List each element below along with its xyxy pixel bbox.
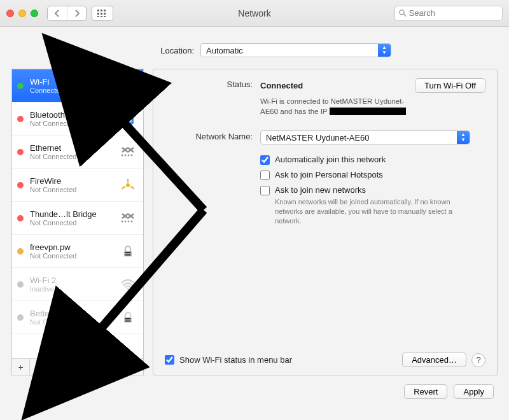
zoom-window-button[interactable]: [31, 10, 38, 17]
wifi-dim-icon: [118, 276, 138, 293]
sidebar-item-wi-fi[interactable]: Wi-Fi Connected: [12, 69, 143, 102]
svg-point-11: [127, 89, 129, 91]
svg-rect-5: [104, 13, 106, 15]
revert-button[interactable]: Revert: [404, 384, 447, 399]
svg-point-23: [132, 187, 134, 189]
service-name: freevpn.pw: [30, 242, 118, 252]
show-all-prefs-button[interactable]: [92, 6, 113, 21]
services-list[interactable]: Wi-Fi Connected Bluetooth PAN Not Connec…: [12, 69, 143, 358]
back-button[interactable]: [48, 6, 67, 20]
turn-wifi-off-button[interactable]: Turn Wi-Fi Off: [415, 78, 485, 93]
service-name: Ethernet: [30, 143, 118, 153]
ask-new-networks-label[interactable]: Ask to join new networks: [275, 185, 366, 195]
status-value: Connected: [260, 81, 303, 90]
wifi-icon: [118, 77, 138, 95]
ask-hotspot-checkbox[interactable]: [260, 171, 270, 180]
service-status: Not Connected: [30, 252, 118, 260]
show-menu-checkbox[interactable]: [165, 355, 174, 365]
svg-point-25: [125, 220, 127, 222]
service-status: Not Connected: [30, 120, 118, 127]
service-status: Not Connected: [30, 318, 118, 326]
auto-join-checkbox[interactable]: [260, 155, 270, 165]
select-stepper-icon: ▲▼: [457, 131, 470, 144]
service-actions-menu-button[interactable]: ⚙▾: [48, 359, 66, 375]
svg-line-10: [403, 14, 406, 17]
sidebar-item-betternet-vpn[interactable]: Betternet VPN Not Connected: [12, 301, 143, 334]
status-subtext-2: AE60 and has the IP: [260, 108, 327, 115]
svg-point-27: [131, 220, 133, 222]
status-dot-icon: [17, 281, 24, 288]
service-status: Inactive: [30, 285, 118, 293]
eth-icon: [118, 209, 138, 227]
svg-point-9: [400, 10, 404, 15]
svg-line-19: [123, 186, 125, 188]
search-input[interactable]: [409, 8, 498, 18]
status-dot-icon: [17, 215, 24, 221]
detail-bottombar: Show Wi-Fi status in menu bar Advanced… …: [165, 353, 485, 367]
service-name: Wi-Fi 2: [30, 276, 118, 285]
svg-rect-7: [101, 16, 102, 17]
redacted-ip: [330, 108, 406, 115]
ask-hotspot-label[interactable]: Ask to join Personal Hotspots: [275, 170, 383, 179]
sidebar-item-freevpn-pw[interactable]: freevpn.pw Not Connected: [12, 235, 143, 268]
svg-point-14: [125, 154, 127, 156]
status-dot-icon: [17, 248, 24, 255]
fw-icon: [118, 176, 138, 194]
svg-rect-1: [101, 10, 102, 11]
main-area: Wi-Fi Connected Bluetooth PAN Not Connec…: [0, 69, 509, 375]
service-status: Not Connected: [30, 186, 118, 193]
network-name-select[interactable]: NetMASTER Uydunet-AE60 ▲▼: [260, 130, 470, 144]
status-dot-icon: [17, 149, 24, 155]
location-value: Automatic: [206, 46, 243, 55]
show-menu-label[interactable]: Show Wi-Fi status in menu bar: [179, 355, 402, 365]
status-label: Status:: [165, 78, 260, 89]
network-name-label: Network Name:: [165, 130, 260, 141]
svg-rect-4: [101, 13, 102, 15]
svg-point-16: [131, 154, 133, 156]
status-dot-icon: [17, 116, 24, 122]
svg-rect-3: [97, 13, 99, 15]
sidebar-toolbar: + − ⚙▾: [12, 358, 143, 375]
remove-service-button[interactable]: −: [30, 359, 48, 375]
lock-dim-icon: [118, 309, 138, 326]
svg-rect-30: [125, 254, 131, 255]
svg-point-15: [128, 154, 130, 156]
service-name: Wi-Fi: [30, 77, 118, 87]
footer-buttons: Revert Apply: [0, 375, 509, 399]
svg-rect-28: [124, 251, 132, 256]
svg-rect-33: [125, 318, 131, 319]
services-sidebar: Wi-Fi Connected Bluetooth PAN Not Connec…: [11, 69, 144, 375]
sidebar-item-bluetooth-pan[interactable]: Bluetooth PAN Not Connected: [12, 102, 143, 136]
help-button[interactable]: ?: [471, 353, 485, 367]
location-select[interactable]: Automatic ▲▼: [200, 43, 391, 57]
sidebar-item-thunde-lt-bridge[interactable]: Thunde…lt Bridge Not Connected: [12, 202, 143, 235]
auto-join-label[interactable]: Automatically join this network: [275, 155, 386, 164]
svg-point-22: [122, 187, 123, 189]
add-service-button[interactable]: +: [12, 359, 30, 375]
ask-new-networks-checkbox[interactable]: [260, 186, 270, 195]
close-window-button[interactable]: [6, 10, 14, 17]
forward-button[interactable]: [67, 6, 86, 20]
svg-rect-34: [125, 320, 131, 321]
sidebar-item-ethernet[interactable]: Ethernet Not Connected: [12, 136, 143, 169]
svg-point-17: [126, 183, 130, 187]
service-name: Thunde…lt Bridge: [30, 209, 118, 219]
svg-rect-32: [124, 317, 132, 323]
sidebar-item-firewire[interactable]: FireWire Not Connected: [12, 169, 143, 202]
search-field[interactable]: [394, 6, 503, 21]
nav-back-forward: [47, 6, 87, 21]
minimize-window-button[interactable]: [18, 10, 26, 17]
service-name: Betternet VPN: [30, 309, 118, 318]
status-dot-icon: [17, 314, 24, 321]
apply-button[interactable]: Apply: [454, 384, 494, 399]
advanced-button[interactable]: Advanced…: [402, 353, 466, 367]
svg-rect-8: [104, 16, 106, 17]
service-status: Not Connected: [30, 153, 118, 160]
sidebar-item-wi-fi-2[interactable]: Wi-Fi 2 Inactive: [12, 268, 143, 301]
network-name-value: NetMASTER Uydunet-AE60: [266, 133, 370, 143]
location-label: Location:: [118, 46, 194, 55]
svg-rect-29: [125, 252, 131, 253]
svg-rect-2: [104, 10, 106, 11]
service-name: FireWire: [30, 176, 118, 186]
status-subtext-1: Wi-Fi is connected to NetMASTER Uydunet-: [260, 97, 404, 105]
